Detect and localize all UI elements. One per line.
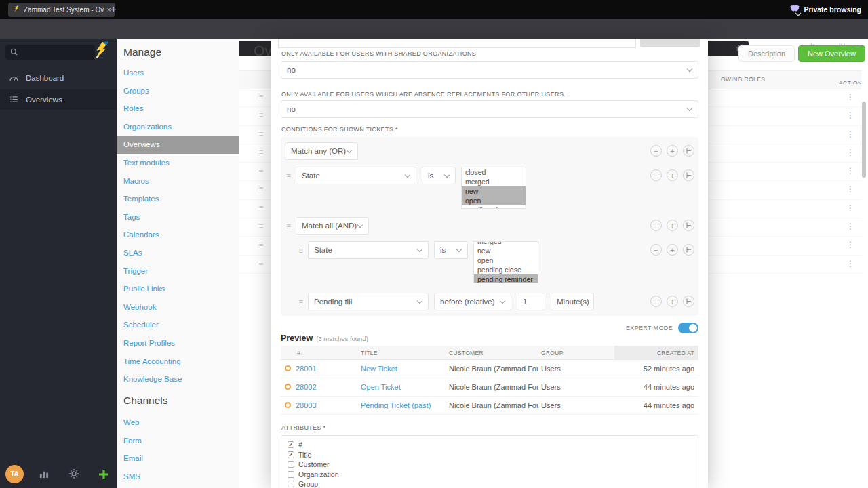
add-subclause-button[interactable]	[683, 169, 694, 181]
checkbox[interactable]	[288, 481, 294, 487]
manage-item-calendars[interactable]: Calendars	[117, 226, 239, 244]
state-multiselect[interactable]: closed merged new open pending close	[461, 167, 526, 209]
avatar[interactable]: TA	[5, 465, 24, 483]
add-condition-button[interactable]: +	[667, 169, 678, 181]
manage-item-public-links[interactable]: Public Links	[117, 280, 239, 298]
remove-condition-button[interactable]: −	[650, 220, 662, 231]
preview-row[interactable]: 28002 Open Ticket Nicole Braun (Zammad F…	[281, 378, 698, 396]
manage-item-time-accounting[interactable]: Time Accounting	[117, 352, 239, 371]
option[interactable]: merged	[474, 241, 538, 246]
drag-handle-icon[interactable]: ≡	[259, 166, 263, 174]
row-actions-icon[interactable]: ⋮	[846, 148, 854, 157]
drag-handle-icon[interactable]: ≡	[259, 92, 263, 100]
state-multiselect[interactable]: merged new open pending close pending re…	[473, 241, 538, 283]
option[interactable]: new	[474, 246, 538, 256]
manage-item-roles[interactable]: Roles	[117, 100, 239, 118]
drag-handle-icon[interactable]: ≡	[259, 129, 263, 138]
absence-select[interactable]: no	[281, 100, 698, 118]
attribute-option[interactable]: Group	[288, 479, 692, 488]
new-tab-button[interactable]: +	[111, 3, 117, 14]
remove-condition-button[interactable]: −	[650, 169, 662, 181]
drag-handle-icon[interactable]: ≡	[259, 148, 263, 156]
stats-icon[interactable]	[39, 469, 49, 482]
manage-item-report-profiles[interactable]: Report Profiles	[117, 334, 239, 352]
gear-icon[interactable]	[68, 468, 79, 482]
add-subclause-button[interactable]	[683, 244, 694, 256]
manage-item-webhook[interactable]: Webhook	[117, 298, 239, 317]
channel-item-sms[interactable]: SMS	[117, 468, 239, 486]
ticket-title-link[interactable]: Pending Ticket (past)	[361, 401, 431, 409]
manage-item-macros[interactable]: Macros	[117, 172, 239, 190]
attribute-option[interactable]: Title	[288, 450, 692, 460]
row-actions-icon[interactable]: ⋮	[846, 110, 854, 120]
option-selected[interactable]: new	[462, 186, 526, 196]
manage-item-scheduler[interactable]: Scheduler	[117, 316, 239, 334]
group-operator-select[interactable]: Match any (OR)	[285, 142, 358, 160]
ticket-number-link[interactable]: 28002	[296, 383, 317, 391]
add-subclause-button[interactable]	[683, 220, 694, 231]
operator-select[interactable]: is	[422, 167, 456, 184]
ticket-number-link[interactable]: 28001	[296, 365, 317, 373]
add-subclause-button[interactable]	[683, 296, 694, 307]
search-input[interactable]	[21, 47, 78, 57]
remove-condition-button[interactable]: −	[650, 244, 662, 256]
add-subclause-button[interactable]	[683, 145, 694, 157]
channel-item-web[interactable]: Web	[117, 413, 239, 432]
add-condition-button[interactable]: +	[667, 296, 678, 307]
unit-select[interactable]: Minute(s)	[551, 293, 594, 310]
row-actions-icon[interactable]: ⋮	[846, 92, 854, 102]
ticket-title-link[interactable]: Open Ticket	[361, 383, 401, 391]
remove-condition-button[interactable]: −	[650, 145, 662, 157]
attribute-select[interactable]: State	[308, 241, 429, 259]
option[interactable]: open	[474, 256, 538, 265]
add-condition-button[interactable]: +	[667, 244, 678, 256]
drag-handle-icon[interactable]: ≡	[259, 184, 263, 192]
manage-item-groups[interactable]: Groups	[117, 82, 239, 100]
option[interactable]: pending close	[462, 205, 526, 209]
option[interactable]: merged	[462, 177, 526, 186]
attribute-option[interactable]: #	[288, 440, 692, 450]
ticket-number-link[interactable]: 28003	[296, 401, 317, 409]
attribute-option[interactable]: Organization	[288, 470, 692, 480]
operator-select[interactable]: before (relative)	[434, 293, 511, 310]
new-overview-button[interactable]: New Overview	[798, 45, 865, 62]
operator-select[interactable]: is	[434, 241, 468, 259]
sidebar-item-overviews[interactable]: Overviews	[0, 89, 117, 110]
channel-item-email[interactable]: Email	[117, 449, 239, 468]
row-actions-icon[interactable]: ⋮	[846, 166, 854, 176]
remove-condition-button[interactable]: −	[650, 296, 662, 307]
manage-item-trigger[interactable]: Trigger	[117, 262, 239, 281]
drag-handle-icon[interactable]: ≡	[259, 203, 263, 211]
row-actions-icon[interactable]: ⋮	[846, 184, 854, 194]
preview-row[interactable]: 28001 New Ticket Nicole Braun (Zammad Fo…	[281, 360, 698, 378]
attribute-option[interactable]: Customer	[288, 460, 692, 470]
row-actions-icon[interactable]: ⋮	[846, 203, 854, 213]
group-operator-select[interactable]: Match all (AND)	[296, 217, 369, 235]
roles-field-partial[interactable]	[278, 39, 636, 48]
manage-item-organizations[interactable]: Organizations	[117, 118, 239, 136]
browser-tab[interactable]: Zammad Test System - Overvie ×	[8, 3, 115, 17]
row-actions-icon[interactable]: ⋮	[846, 129, 854, 139]
channel-item-form[interactable]: Form	[117, 432, 239, 450]
drag-handle-icon[interactable]: ≡	[286, 172, 291, 180]
attribute-select[interactable]: State	[296, 167, 416, 184]
row-actions-icon[interactable]: ⋮	[846, 259, 854, 268]
add-condition-button[interactable]: +	[667, 145, 678, 157]
new-ticket-plus-icon[interactable]	[98, 468, 110, 483]
description-button[interactable]: Description	[738, 45, 795, 62]
row-actions-icon[interactable]: ⋮	[846, 222, 854, 231]
drag-handle-icon[interactable]: ≡	[259, 240, 263, 248]
drag-handle-icon[interactable]: ≡	[259, 259, 263, 267]
option[interactable]: pending close	[474, 265, 538, 274]
manage-item-text-modules[interactable]: Text modules	[117, 154, 239, 172]
add-condition-button[interactable]: +	[667, 220, 678, 231]
manage-item-templates[interactable]: Templates	[117, 190, 239, 208]
checkbox-checked[interactable]	[288, 441, 294, 448]
manage-item-slas[interactable]: SLAs	[117, 244, 239, 262]
drag-handle-icon[interactable]: ≡	[298, 298, 303, 306]
sidebar-item-dashboard[interactable]: Dashboard	[0, 68, 117, 88]
manage-item-tags[interactable]: Tags	[117, 208, 239, 226]
ticket-title-link[interactable]: New Ticket	[361, 365, 397, 373]
manage-item-users[interactable]: Users	[117, 64, 239, 82]
expert-mode-toggle[interactable]	[678, 323, 698, 333]
